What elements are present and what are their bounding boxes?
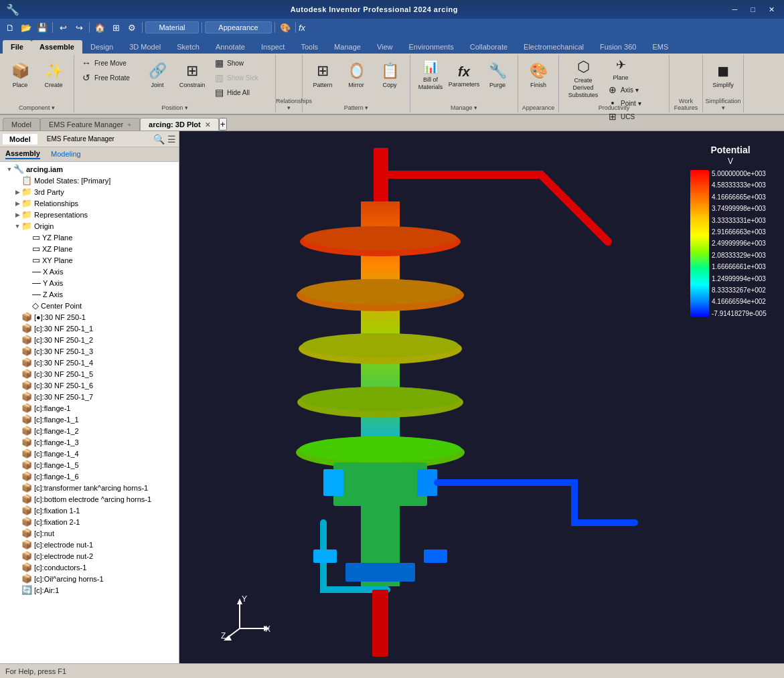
tree-item-flange-1-4[interactable]: 📦 [c]:flange-1_4: [0, 448, 179, 459]
home-btn[interactable]: 🏠: [92, 20, 107, 35]
tree-item-electrode-nut-1[interactable]: 📦 [c]:electrode nut-1: [0, 539, 179, 550]
tab-sketch[interactable]: Sketch: [169, 40, 208, 54]
list-icon[interactable]: ☰: [167, 134, 176, 145]
tree-item-oil[interactable]: 📦 [c]:Oil^arcing horns-1: [0, 573, 179, 584]
minimize-btn[interactable]: ─: [728, 5, 742, 13]
tree-item-nf250-1-2[interactable]: 📦 [c]:30 NF 250-1_2: [0, 334, 179, 345]
tree-item-nf250-1-3[interactable]: 📦 [c]:30 NF 250-1_3: [0, 345, 179, 357]
material-dropdown[interactable]: Material: [145, 21, 199, 33]
redo-btn[interactable]: ↪: [72, 20, 86, 35]
tree-item-electrode-nut-2[interactable]: 📦 [c]:electrode nut-2: [0, 550, 179, 562]
tree-item-fixation-2[interactable]: 📦 [c]:fixation 2-1: [0, 516, 179, 527]
tree-item-flange-1-1[interactable]: 📦 [c]:flange-1_1: [0, 414, 179, 425]
ucs-button[interactable]: ⊞ UCS: [605, 110, 665, 123]
tree-item-center-point[interactable]: ◇ Center Point: [0, 300, 179, 311]
finish-button[interactable]: 🎨 Finish: [522, 56, 554, 95]
simplify-button[interactable]: ◼ Simplify: [707, 56, 739, 95]
tab-fusion360[interactable]: Fusion 360: [592, 40, 644, 54]
subtab-modeling[interactable]: Modeling: [51, 150, 81, 159]
place-button[interactable]: 📦 Place: [4, 56, 36, 95]
pattern-button[interactable]: ⊞ Pattern: [307, 56, 339, 95]
create-button[interactable]: ✨ Create: [37, 56, 70, 95]
tab-3dmodel[interactable]: 3D Model: [121, 40, 169, 54]
3rdparty-toggle[interactable]: ▶: [13, 189, 21, 195]
panel-tab-ems[interactable]: EMS Feature Manager: [40, 134, 121, 144]
show-sick-button[interactable]: ▥ Show Sick: [211, 71, 271, 84]
show-button[interactable]: ▦ Show: [211, 56, 271, 70]
tree-item-relationships[interactable]: ▶ 📁 Relationships: [0, 197, 179, 209]
free-move-button[interactable]: ↔ Free Move: [78, 56, 139, 70]
purge-button[interactable]: 🔧 Purge: [481, 56, 514, 95]
tree-item-flange-1-6[interactable]: 📦 [c]:flange-1_6: [0, 471, 179, 482]
tree-item-representations[interactable]: ▶ 📁 Representations: [0, 209, 179, 220]
undo-btn[interactable]: ↩: [56, 20, 70, 35]
hide-all-button[interactable]: ▤ Hide All: [211, 86, 271, 99]
doc-tab-ems-feature-manager[interactable]: EMS Feature Manager +: [40, 118, 140, 131]
maximize-btn[interactable]: □: [747, 5, 759, 13]
tree-item-xy-plane[interactable]: ▭ XY Plane: [0, 254, 179, 266]
tree-item-flange-1-5[interactable]: 📦 [c]:flange-1_5: [0, 459, 179, 471]
tree-item-nut[interactable]: 📦 [c]:nut: [0, 527, 179, 539]
representations-toggle[interactable]: ▶: [13, 211, 21, 218]
panel-tab-model[interactable]: Model: [3, 134, 37, 145]
tree-item-nf250-1-1[interactable]: 📦 [c]:30 NF 250-1_1: [0, 323, 179, 334]
ems-tab-close[interactable]: +: [127, 121, 131, 129]
free-rotate-button[interactable]: ↺ Free Rotate: [78, 71, 139, 84]
new-tab-button[interactable]: +: [219, 118, 227, 131]
axis-button[interactable]: ⊕ Axis ▾: [605, 83, 665, 96]
tree-item-x-axis[interactable]: — X Axis: [0, 266, 179, 277]
tree-item-root[interactable]: ▼ 🔧 arcing.iam: [0, 163, 179, 175]
new-file-btn[interactable]: 🗋: [3, 20, 17, 35]
tree-item-air[interactable]: 🔄 [c]:Air:1: [0, 584, 179, 596]
tree-item-y-axis[interactable]: — Y Axis: [0, 277, 179, 288]
tab-assemble[interactable]: Assemble: [31, 40, 82, 54]
tree-item-model-states[interactable]: 📋 Model States: [Primary]: [0, 175, 179, 186]
plane-button[interactable]: ✈ Plane: [605, 56, 637, 83]
tab-collaborate[interactable]: Collaborate: [462, 40, 516, 54]
bom-button[interactable]: 📊 Bill ofMaterials: [414, 56, 447, 95]
tree-item-yz-plane[interactable]: ▭ YZ Plane: [0, 232, 179, 243]
copy-button[interactable]: 📋 Copy: [374, 56, 406, 95]
tab-inspect[interactable]: Inspect: [253, 40, 293, 54]
tab-manage[interactable]: Manage: [326, 40, 369, 54]
tab-annotate[interactable]: Annotate: [208, 40, 253, 54]
color-scheme-btn[interactable]: 🎨: [278, 20, 293, 35]
tree-item-nf250-1[interactable]: 📦 [●]:30 NF 250-1: [0, 311, 179, 323]
mirror-button[interactable]: 🪞 Mirror: [340, 56, 372, 95]
tree-item-nf250-1-4[interactable]: 📦 [c]:30 NF 250-1_4: [0, 357, 179, 368]
appearance-dropdown[interactable]: Appearance: [205, 21, 272, 33]
tree-item-conductors[interactable]: 📦 [c]:conductors-1: [0, 562, 179, 573]
root-toggle[interactable]: ▼: [5, 166, 13, 173]
relationships-toggle[interactable]: ▶: [13, 200, 21, 207]
tree-item-nf250-1-6[interactable]: 📦 [c]:30 NF 250-1_6: [0, 379, 179, 391]
tree-item-fixation-1[interactable]: 📦 [c]:fixation 1-1: [0, 505, 179, 516]
tree-item-flange-1[interactable]: 📦 [c]:flange-1: [0, 402, 179, 414]
3dplot-tab-close[interactable]: ✕: [205, 121, 210, 129]
origin-toggle[interactable]: ▼: [13, 223, 21, 230]
tab-ems[interactable]: EMS: [644, 40, 676, 54]
tree-item-bottom-electrode[interactable]: 📦 [c]:bottom electrode ^arcing horns-1: [0, 493, 179, 505]
tree-item-3rdparty[interactable]: ▶ 📁 3rd Party: [0, 186, 179, 197]
doc-tab-model[interactable]: Model: [3, 118, 40, 131]
tree-item-transformer[interactable]: 📦 [c]:transformer tank^arcing horns-1: [0, 482, 179, 493]
tab-environments[interactable]: Environments: [401, 40, 462, 54]
tab-view[interactable]: View: [369, 40, 401, 54]
3d-viewport[interactable]: Potential V 5.00000000e+003 4.58333333e+…: [179, 131, 784, 663]
subtab-assembly[interactable]: Assembly: [5, 149, 40, 159]
tree-item-flange-1-2[interactable]: 📦 [c]:flange-1_2: [0, 425, 179, 436]
tree-item-xz-plane[interactable]: ▭ XZ Plane: [0, 243, 179, 254]
parameters-button[interactable]: fx Parameters: [448, 56, 480, 95]
tree-item-z-axis[interactable]: — Z Axis: [0, 288, 179, 300]
joint-button[interactable]: 🔗 Joint: [141, 56, 173, 95]
tree-item-nf250-1-5[interactable]: 📦 [c]:30 NF 250-1_5: [0, 368, 179, 379]
constrain-button[interactable]: ⊞ Constrain: [176, 56, 208, 95]
settings-btn[interactable]: ⚙: [125, 20, 139, 35]
tab-design[interactable]: Design: [82, 40, 121, 54]
tab-electromechanical[interactable]: Electromechanical: [516, 40, 592, 54]
grid-btn[interactable]: ⊞: [108, 20, 123, 35]
tab-file[interactable]: File: [3, 40, 31, 54]
search-icon[interactable]: 🔍: [153, 134, 165, 145]
open-btn[interactable]: 📂: [19, 20, 33, 35]
doc-tab-3dplot[interactable]: arcing: 3D Plot ✕: [140, 118, 219, 131]
close-btn[interactable]: ✕: [765, 5, 779, 14]
